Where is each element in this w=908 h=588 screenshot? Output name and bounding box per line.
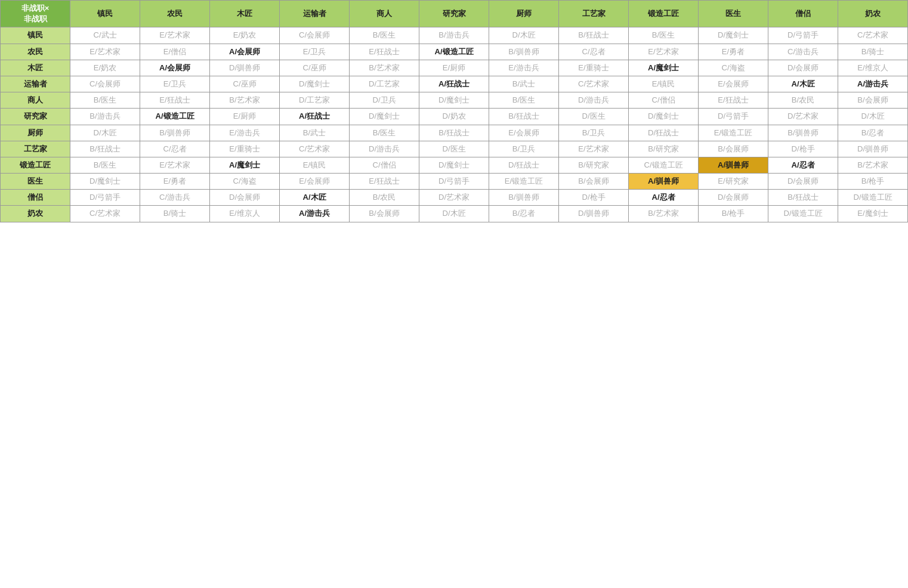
table-cell: D/魔剑士 bbox=[699, 27, 768, 44]
table-cell: C/锻造工匠 bbox=[629, 157, 699, 173]
table-cell: D/魔剑士 bbox=[280, 76, 350, 92]
row-header: 农民 bbox=[1, 44, 70, 60]
table-cell: E/锻造工匠 bbox=[489, 174, 559, 190]
table-cell: C/巫师 bbox=[280, 60, 350, 76]
table-cell: E/艺术家 bbox=[140, 27, 210, 44]
table-cell: B/狂战士 bbox=[70, 141, 140, 157]
table-cell: A/木匠 bbox=[280, 190, 350, 206]
table-cell: C/海盗 bbox=[210, 174, 280, 190]
table-cell: E/魔剑士 bbox=[838, 206, 908, 222]
table-cell: C/会展师 bbox=[70, 76, 140, 92]
table-row: 农民E/艺术家E/僧侣A/会展师E/卫兵E/狂战士A/锻造工匠B/驯兽师C/忍者… bbox=[1, 44, 908, 60]
table-cell: A/会展师 bbox=[140, 60, 210, 76]
table-cell: B/卫兵 bbox=[489, 141, 559, 157]
table-cell: B/游击兵 bbox=[70, 109, 140, 125]
table-cell: D/魔剑士 bbox=[419, 92, 489, 109]
table-cell: D/驯兽师 bbox=[559, 206, 629, 222]
table-cell: B/研究家 bbox=[559, 157, 629, 173]
table-cell: E/重骑士 bbox=[210, 141, 280, 157]
table-cell: C/艺术家 bbox=[70, 206, 140, 222]
col-header: 僧侣 bbox=[768, 1, 838, 27]
table-cell: B/艺术家 bbox=[350, 60, 419, 76]
row-header: 镇民 bbox=[1, 27, 70, 44]
table-cell: C/巫师 bbox=[210, 76, 280, 92]
table-cell: E/卫兵 bbox=[280, 44, 350, 60]
table-cell: B/会展师 bbox=[699, 141, 768, 157]
col-header: 锻造工匠 bbox=[629, 1, 699, 27]
table-cell: C/武士 bbox=[70, 27, 140, 44]
table-cell: B/驯兽师 bbox=[489, 44, 559, 60]
table-cell: C/忍者 bbox=[559, 44, 629, 60]
table-cell: D/工艺家 bbox=[280, 92, 350, 109]
table-cell: C/艺术家 bbox=[280, 141, 350, 157]
table-cell: E/奶农 bbox=[210, 27, 280, 44]
table-row: 镇民C/武士E/艺术家E/奶农C/会展师B/医生B/游击兵D/木匠B/狂战士B/… bbox=[1, 27, 908, 44]
table-cell: A/驯兽师 bbox=[629, 174, 699, 190]
col-header: 商人 bbox=[350, 1, 419, 27]
table-cell: A/忍者 bbox=[768, 157, 838, 173]
table-cell: B/医生 bbox=[70, 92, 140, 109]
table-cell: D/医生 bbox=[559, 109, 629, 125]
table-cell: D/木匠 bbox=[489, 27, 559, 44]
table-cell: E/厨师 bbox=[419, 60, 489, 76]
table-cell: B/狂战士 bbox=[419, 125, 489, 141]
table-cell: D/魔剑士 bbox=[70, 174, 140, 190]
table-cell: D/游击兵 bbox=[559, 92, 629, 109]
table-row: 厨师D/木匠B/驯兽师E/游击兵B/武士B/医生B/狂战士E/会展师B/卫兵D/… bbox=[1, 125, 908, 141]
table-cell: D/狂战士 bbox=[629, 125, 699, 141]
table-cell: E/厨师 bbox=[210, 109, 280, 125]
table-cell: D/驯兽师 bbox=[838, 141, 908, 157]
table-cell: E/会展师 bbox=[489, 125, 559, 141]
table-cell: E/勇者 bbox=[140, 174, 210, 190]
table-cell: B/农民 bbox=[350, 190, 419, 206]
table-cell: D/会展师 bbox=[699, 190, 768, 206]
row-header: 医生 bbox=[1, 174, 70, 190]
table-cell: D/艺术家 bbox=[768, 109, 838, 125]
table-cell: E/艺术家 bbox=[140, 157, 210, 173]
table-cell: A/魔剑士 bbox=[210, 157, 280, 173]
table-cell: B/医生 bbox=[629, 27, 699, 44]
table-cell: B/武士 bbox=[489, 76, 559, 92]
col-header: 木匠 bbox=[210, 1, 280, 27]
table-cell: B/枪手 bbox=[699, 206, 768, 222]
col-header: 研究家 bbox=[419, 1, 489, 27]
table-cell: D/艺术家 bbox=[419, 190, 489, 206]
table-cell: A/锻造工匠 bbox=[419, 44, 489, 60]
table-cell: D/狂战士 bbox=[489, 157, 559, 173]
table-row: 商人B/医生E/狂战士B/艺术家D/工艺家D/卫兵D/魔剑士B/医生D/游击兵C… bbox=[1, 92, 908, 109]
table-cell: B/驯兽师 bbox=[140, 125, 210, 141]
table-row: 奶农C/艺术家B/骑士E/维京人A/游击兵B/会展师D/木匠B/忍者D/驯兽师B… bbox=[1, 206, 908, 222]
row-header: 研究家 bbox=[1, 109, 70, 125]
table-row: 医生D/魔剑士E/勇者C/海盗E/会展师E/狂战士D/弓箭手E/锻造工匠B/会展… bbox=[1, 174, 908, 190]
col-header: 厨师 bbox=[489, 1, 559, 27]
table-cell: B/研究家 bbox=[629, 141, 699, 157]
table-cell: C/僧侣 bbox=[629, 92, 699, 109]
table-row: 僧侣D/弓箭手C/游击兵D/会展师A/木匠B/农民D/艺术家B/驯兽师D/枪手A… bbox=[1, 190, 908, 206]
row-header: 僧侣 bbox=[1, 190, 70, 206]
table-cell: E/狂战士 bbox=[699, 92, 768, 109]
table-cell: E/艺术家 bbox=[70, 44, 140, 60]
table-cell: B/游击兵 bbox=[419, 27, 489, 44]
table-cell: D/卫兵 bbox=[350, 92, 419, 109]
table-cell: A/驯兽师 bbox=[699, 157, 768, 173]
table-cell: E/艺术家 bbox=[559, 141, 629, 157]
table-row: 锻造工匠B/医生E/艺术家A/魔剑士E/镇民C/僧侣D/魔剑士D/狂战士B/研究… bbox=[1, 157, 908, 173]
table-cell: E/狂战士 bbox=[140, 92, 210, 109]
table-cell: E/勇者 bbox=[699, 44, 768, 60]
row-header: 厨师 bbox=[1, 125, 70, 141]
table-cell: D/木匠 bbox=[419, 206, 489, 222]
table-cell: D/弓箭手 bbox=[699, 109, 768, 125]
table-cell: C/游击兵 bbox=[140, 190, 210, 206]
table-cell: A/魔剑士 bbox=[629, 60, 699, 76]
table-cell: B/忍者 bbox=[838, 125, 908, 141]
table-cell: C/游击兵 bbox=[768, 44, 838, 60]
table-cell: E/狂战士 bbox=[350, 44, 419, 60]
table-cell: E/奶农 bbox=[70, 60, 140, 76]
table-cell: D/工艺家 bbox=[350, 76, 419, 92]
table-cell: D/弓箭手 bbox=[70, 190, 140, 206]
table-cell: D/奶农 bbox=[419, 109, 489, 125]
table-cell: B/艺术家 bbox=[838, 157, 908, 173]
table-cell: E/镇民 bbox=[629, 76, 699, 92]
table-row: 运输者C/会展师E/卫兵C/巫师D/魔剑士D/工艺家A/狂战士B/武士C/艺术家… bbox=[1, 76, 908, 92]
table-cell: B/医生 bbox=[70, 157, 140, 173]
